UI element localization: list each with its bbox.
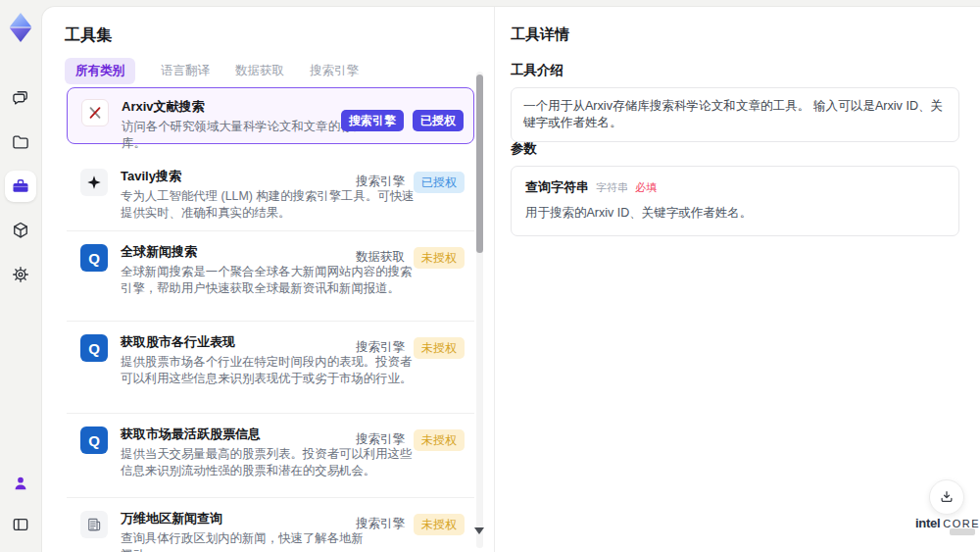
params-heading: 参数	[511, 140, 537, 158]
auth-status-badge: 已授权	[413, 110, 464, 131]
chat-icon	[11, 88, 30, 108]
tool-name: 获取市场最活跃股票信息	[121, 427, 356, 442]
tool-card-active-stocks[interactable]: Q 获取市场最活跃股票信息 提供当天交易量最高的股票列表。投资者可以利用这些信息…	[67, 414, 474, 498]
sidebar	[0, 0, 41, 552]
sidebar-item-files[interactable]	[5, 126, 36, 158]
arxiv-logo-icon	[81, 99, 109, 126]
news-app-icon: Q	[80, 244, 108, 272]
tool-card-sector-performance[interactable]: Q 获取股市各行业表现 提供股票市场各个行业在特定时间段内的表现。投资者可以利用…	[67, 322, 474, 414]
news-icon-letter: Q	[88, 432, 100, 449]
category-badge: 搜索引擎	[356, 427, 405, 452]
tool-card-global-news[interactable]: Q 全球新闻搜索 全球新闻搜索是一个聚合全球各大新闻网站内容的搜索引擎，帮助用户…	[67, 231, 474, 322]
tool-name: Arxiv文献搜索	[122, 99, 341, 115]
parameter-name: 查询字符串	[525, 178, 589, 196]
auth-status-badge: 未授权	[414, 337, 465, 359]
tool-card-tavily[interactable]: Tavily搜索 专为人工智能代理 (LLM) 构建的搜索引擎工具。可快速提供实…	[67, 156, 474, 231]
parameter-card: 查询字符串 字符串 必填 用于搜索的Arxiv ID、关键字或作者姓名。	[511, 166, 959, 236]
sidebar-item-chat[interactable]	[5, 82, 36, 114]
intro-text-box: 一个用于从Arxiv存储库搜索科学论文和文章的工具。 输入可以是Arxiv ID…	[511, 87, 959, 142]
intro-heading: 工具介绍	[511, 62, 564, 79]
download-button[interactable]	[929, 479, 964, 515]
auth-status-badge: 未授权	[414, 514, 465, 535]
sidebar-item-toolbox[interactable]	[5, 171, 36, 202]
news-app-icon: Q	[80, 427, 108, 454]
tool-name: Tavily搜索	[121, 169, 356, 184]
four-point-star-icon	[80, 169, 108, 196]
auth-status-badge: 未授权	[414, 247, 465, 269]
category-tabs: 所有类别 语言翻译 数据获取 搜索引擎	[65, 58, 359, 84]
news-app-icon: Q	[80, 334, 108, 362]
sidebar-item-account[interactable]	[5, 468, 36, 499]
app-window: 工具集 所有类别 语言翻译 数据获取 搜索引擎 Arxiv文献搜索 访问各个研究…	[0, 0, 980, 552]
auth-status-badge: 未授权	[414, 429, 465, 451]
tool-name: 获取股市各行业表现	[121, 334, 356, 350]
intel-core-sub-badge	[950, 528, 975, 535]
tool-description: 访问各个研究领域大量科学论文和文章的存储库。	[122, 119, 368, 152]
cube-icon	[11, 221, 30, 240]
tool-description: 查询具体行政区划内的新闻，快速了解各地新闻动	[121, 530, 368, 552]
app-logo	[6, 12, 35, 43]
collapse-panel-icon	[11, 515, 30, 534]
news-icon-letter: Q	[88, 250, 100, 267]
scrollbar-down-arrow-icon[interactable]	[474, 527, 484, 534]
category-badge: 数据获取	[356, 245, 405, 270]
gear-icon	[11, 265, 30, 284]
panel-divider	[494, 7, 495, 552]
tool-name: 全球新闻搜索	[121, 244, 356, 260]
download-icon	[938, 488, 956, 506]
tool-card-arxiv[interactable]: Arxiv文献搜索 访问各个研究领域大量科学论文和文章的存储库。 搜索引擎 已授…	[67, 87, 474, 144]
sidebar-bottom	[0, 468, 41, 540]
diamond-logo-icon	[6, 12, 35, 43]
folder-icon	[11, 132, 30, 152]
category-badge: 搜索引擎	[356, 170, 405, 194]
sidebar-nav	[0, 82, 41, 290]
news-icon-letter: Q	[88, 340, 100, 357]
category-badge: 搜索引擎	[356, 335, 405, 360]
tools-panel-title: 工具集	[65, 25, 113, 46]
toolbox-icon	[11, 176, 30, 196]
category-badge: 搜索引擎	[341, 110, 404, 131]
newspaper-icon	[80, 511, 108, 538]
tab-language-translation[interactable]: 语言翻译	[161, 63, 210, 79]
tab-data-fetch[interactable]: 数据获取	[235, 63, 284, 79]
list-scrollbar-thumb[interactable]	[476, 75, 483, 253]
sidebar-item-settings[interactable]	[5, 259, 36, 290]
tab-search-engine[interactable]: 搜索引擎	[310, 63, 359, 79]
tab-all-categories[interactable]: 所有类别	[65, 58, 135, 84]
sidebar-item-collapse[interactable]	[5, 509, 36, 540]
parameter-type: 字符串	[596, 180, 628, 195]
user-icon	[11, 474, 30, 493]
intel-brand-text: intel	[915, 516, 940, 530]
tool-card-regional-news[interactable]: 万维地区新闻查询 查询具体行政区划内的新闻，快速了解各地新闻动 搜索引擎 未授权	[67, 498, 474, 552]
tool-name: 万维地区新闻查询	[121, 511, 356, 527]
parameter-description: 用于搜索的Arxiv ID、关键字或作者姓名。	[525, 205, 945, 222]
parameter-required-label: 必填	[635, 180, 657, 195]
auth-status-badge: 已授权	[414, 172, 465, 193]
category-badge: 搜索引擎	[356, 512, 405, 536]
main-content: 工具集 所有类别 语言翻译 数据获取 搜索引擎 Arxiv文献搜索 访问各个研究…	[41, 6, 980, 552]
sidebar-item-packages[interactable]	[5, 215, 36, 246]
detail-panel-title: 工具详情	[511, 25, 569, 44]
